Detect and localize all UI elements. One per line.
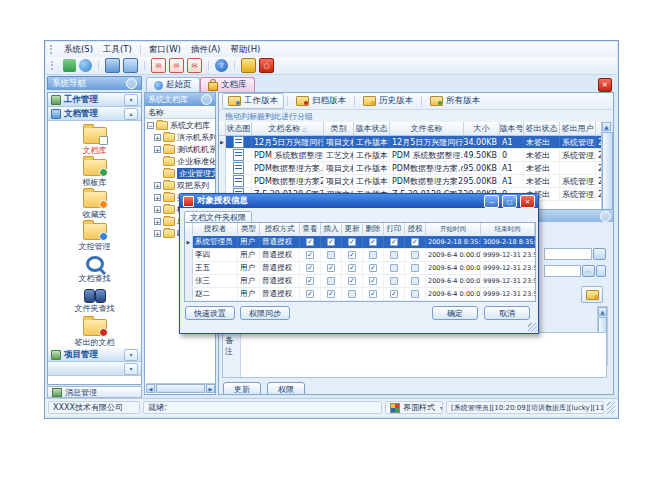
view-checkbox[interactable] bbox=[306, 290, 314, 298]
sidebar-item-checked-out-docs[interactable]: 签出的文档 bbox=[48, 316, 141, 348]
column-doc-name[interactable]: 文档名称 bbox=[252, 122, 324, 135]
column-category[interactable]: 类别 bbox=[324, 122, 354, 135]
view-checkbox[interactable] bbox=[306, 277, 314, 285]
insert-checkbox[interactable] bbox=[327, 251, 335, 259]
dialog-titlebar[interactable]: 对象授权信息 bbox=[180, 194, 538, 208]
insert-checkbox[interactable] bbox=[327, 238, 335, 246]
table-row[interactable]: PDM 系统数据整理检... 工艺文档 工作版本 PDM 系统数据整理... 4… bbox=[219, 149, 604, 162]
exit-icon[interactable]: ○ bbox=[259, 58, 274, 73]
lookup-button[interactable] bbox=[593, 248, 606, 260]
sidebar-item-favorites[interactable]: 收藏夹 bbox=[48, 188, 141, 220]
table-row[interactable]: PDM数据整理方案.doc 项目文档 工作版本 PDM数据整理方案.d... 9… bbox=[219, 162, 604, 175]
update-checkbox[interactable] bbox=[348, 238, 356, 246]
column-print[interactable]: 打印 bbox=[384, 223, 405, 235]
table-row[interactable]: 李四 用户 普通授权 2009-6-4 0:00:00 9999-12-31 2… bbox=[185, 249, 535, 262]
permission-sync-button[interactable]: 权限同步 bbox=[240, 306, 290, 320]
column-authorize[interactable]: 授权 bbox=[405, 223, 426, 235]
lock-icon[interactable] bbox=[241, 58, 256, 73]
ui-style-dropdown[interactable]: 界面样式 bbox=[385, 401, 443, 414]
print-checkbox[interactable] bbox=[390, 264, 398, 272]
column-view[interactable]: 查看 bbox=[300, 223, 321, 235]
table-row[interactable]: 赵二 用户 普通授权 2009-6-4 0:00:00 9999-12-31 2… bbox=[185, 288, 535, 301]
tree-node[interactable]: 测试机机系列 bbox=[145, 143, 215, 155]
tree-node-root[interactable]: 系统文档库 bbox=[145, 119, 215, 131]
view-checkbox[interactable] bbox=[306, 251, 314, 259]
chevron-up-icon[interactable] bbox=[124, 108, 138, 120]
sidebar-item-doc-control[interactable]: 文控管理 bbox=[48, 220, 141, 252]
column-delete[interactable]: 删除 bbox=[363, 223, 384, 235]
table-row[interactable]: 12月5日万兴隆同行... 项目文档 工作版本 12月5日万兴隆同行... 33… bbox=[219, 136, 604, 149]
resize-grip[interactable] bbox=[528, 323, 537, 332]
scroll-right-icon[interactable]: ▶ bbox=[206, 384, 215, 393]
authorize-checkbox[interactable] bbox=[411, 238, 419, 246]
section-project-management[interactable]: 项目管理 bbox=[48, 348, 141, 362]
close-icon[interactable] bbox=[520, 195, 535, 208]
update-checkbox[interactable] bbox=[348, 251, 356, 259]
delete-checkbox[interactable] bbox=[369, 251, 377, 259]
print-checkbox[interactable] bbox=[390, 251, 398, 259]
maximize-icon[interactable] bbox=[502, 195, 517, 208]
scroll-up-icon[interactable]: ▲ bbox=[602, 122, 611, 131]
column-update[interactable]: 更新 bbox=[342, 223, 363, 235]
expand-icon[interactable] bbox=[154, 134, 161, 141]
tree-node[interactable]: 演示机系列 bbox=[145, 131, 215, 143]
ellipsis-button[interactable] bbox=[582, 265, 595, 277]
scroll-up-icon[interactable]: ▲ bbox=[598, 307, 607, 316]
menu-window[interactable]: 窗口(W) bbox=[144, 43, 186, 57]
remark-textarea[interactable] bbox=[241, 333, 606, 377]
folder-icon[interactable] bbox=[105, 58, 120, 73]
view-checkbox[interactable] bbox=[306, 238, 314, 246]
help-icon[interactable]: ? bbox=[215, 59, 228, 72]
sidebar-item-doc-library[interactable]: 文档库 bbox=[48, 124, 141, 156]
insert-checkbox[interactable] bbox=[327, 264, 335, 272]
table-row[interactable]: 王五 用户 普通授权 2009-6-4 0:00:00 9999-12-31 2… bbox=[185, 262, 535, 275]
authorize-checkbox[interactable] bbox=[411, 290, 419, 298]
sidebar-item-message-management[interactable]: 消息管理 bbox=[47, 386, 142, 398]
pin-icon[interactable] bbox=[201, 94, 212, 105]
detail-field[interactable] bbox=[544, 248, 592, 260]
column-end-time[interactable]: 结束时间 bbox=[481, 223, 535, 235]
ok-button[interactable]: 确定 bbox=[432, 306, 478, 320]
column-version-status[interactable]: 版本状态 bbox=[354, 122, 390, 135]
sidebar-item-doc-search[interactable]: 文档查找 bbox=[48, 252, 141, 284]
expand-icon[interactable] bbox=[154, 230, 161, 237]
pin-icon[interactable] bbox=[126, 78, 137, 89]
column-checkout-user[interactable]: 签出用户 bbox=[560, 122, 596, 135]
history-version-button[interactable]: 历史版本 bbox=[358, 94, 418, 108]
authorize-checkbox[interactable] bbox=[411, 251, 419, 259]
collapse-icon[interactable] bbox=[147, 122, 154, 129]
table-row[interactable]: 系统管理员 用户 普通授权 2009-2-18 8:35:57 3009-2-1… bbox=[185, 236, 535, 249]
minimize-icon[interactable] bbox=[484, 195, 499, 208]
tab-startpage[interactable]: 起始页 bbox=[146, 77, 200, 92]
expand-icon[interactable] bbox=[154, 194, 161, 201]
menu-system[interactable]: 系统(S) bbox=[59, 43, 98, 57]
tree-column-header[interactable]: 名称 bbox=[145, 106, 215, 119]
insert-checkbox[interactable] bbox=[327, 290, 335, 298]
column-grantee[interactable]: 授权者 bbox=[193, 223, 238, 235]
column-status-icon[interactable]: 状态图 bbox=[226, 122, 252, 135]
pin-icon[interactable] bbox=[600, 211, 611, 222]
working-version-button[interactable]: 工作版本 bbox=[222, 93, 284, 109]
close-tab-icon[interactable] bbox=[598, 78, 612, 92]
horizontal-scrollbar[interactable]: ◀ ▶ bbox=[146, 383, 215, 393]
tree-node[interactable]: 企业标准化文件 bbox=[145, 155, 215, 167]
globe-icon[interactable] bbox=[79, 59, 92, 72]
quick-setup-button[interactable]: 快速设置 bbox=[185, 306, 235, 320]
column-auth-mode[interactable]: 授权方式 bbox=[260, 223, 300, 235]
section-work-management[interactable]: 工作管理 bbox=[48, 93, 141, 107]
permission-button[interactable]: 权限 bbox=[267, 382, 305, 395]
all-versions-button[interactable]: 所有版本 bbox=[425, 94, 485, 108]
mail-send-icon[interactable]: ✉ bbox=[169, 58, 184, 73]
resize-grip[interactable] bbox=[607, 402, 615, 414]
column-insert[interactable]: 插入 bbox=[321, 223, 342, 235]
insert-checkbox[interactable] bbox=[327, 277, 335, 285]
tab-doclibrary[interactable]: 文档库 bbox=[200, 77, 255, 92]
delete-checkbox[interactable] bbox=[369, 290, 377, 298]
archived-version-button[interactable]: 归档版本 bbox=[291, 94, 351, 108]
column-size[interactable]: 大小 bbox=[464, 122, 500, 135]
expand-icon[interactable] bbox=[154, 206, 161, 213]
folder-open-icon[interactable] bbox=[123, 58, 138, 73]
update-checkbox[interactable] bbox=[348, 277, 356, 285]
expand-icon[interactable] bbox=[154, 218, 161, 225]
toolbar-grip[interactable] bbox=[51, 61, 56, 70]
